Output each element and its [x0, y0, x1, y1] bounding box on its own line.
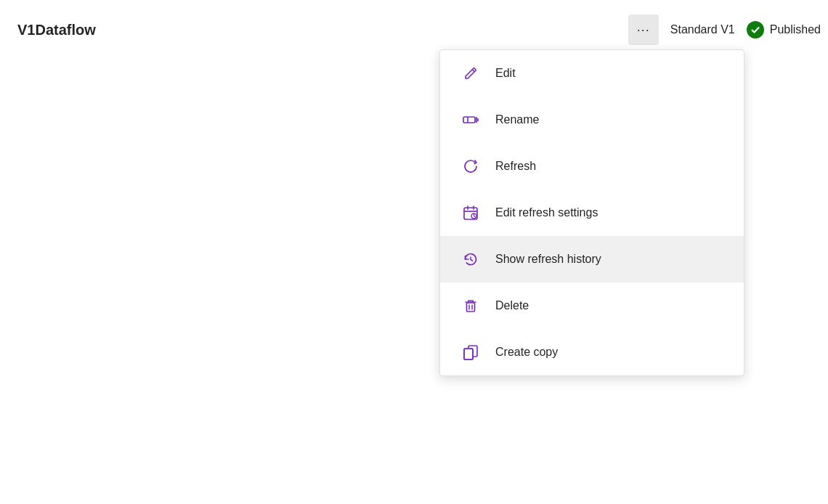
header-right: ··· Standard V1 Published: [628, 15, 821, 45]
menu-item-rename[interactable]: Rename: [440, 97, 744, 143]
menu-item-rename-label: Rename: [495, 113, 539, 126]
menu-item-refresh[interactable]: Refresh: [440, 143, 744, 190]
standard-label: Standard V1: [670, 23, 735, 36]
delete-icon: [460, 296, 481, 316]
svg-rect-1: [463, 117, 475, 123]
published-check-icon: [747, 21, 764, 38]
context-menu: Edit Rename Refresh: [439, 49, 744, 376]
menu-item-edit-refresh-settings[interactable]: Edit refresh settings: [440, 190, 744, 236]
copy-icon: [460, 342, 481, 362]
menu-item-show-refresh-history-label: Show refresh history: [495, 253, 601, 266]
menu-item-edit[interactable]: Edit: [440, 50, 744, 97]
page-title: V1Dataflow: [17, 22, 96, 38]
calendar-icon: [460, 203, 481, 223]
menu-item-edit-refresh-settings-label: Edit refresh settings: [495, 206, 598, 219]
refresh-icon: [460, 156, 481, 176]
svg-rect-10: [467, 303, 475, 312]
menu-item-refresh-label: Refresh: [495, 160, 536, 173]
history-icon: [460, 249, 481, 269]
rename-icon: [460, 110, 481, 130]
edit-icon: [460, 63, 481, 84]
menu-item-create-copy[interactable]: Create copy: [440, 329, 744, 375]
svg-line-0: [472, 70, 475, 73]
published-label: Published: [770, 23, 821, 36]
menu-item-create-copy-label: Create copy: [495, 346, 558, 359]
published-badge: Published: [747, 21, 821, 38]
menu-item-delete-label: Delete: [495, 299, 529, 312]
more-options-button[interactable]: ···: [628, 15, 659, 45]
menu-item-delete[interactable]: Delete: [440, 283, 744, 329]
menu-item-edit-label: Edit: [495, 67, 516, 80]
menu-item-show-refresh-history[interactable]: Show refresh history: [440, 236, 744, 283]
svg-rect-14: [464, 349, 473, 359]
